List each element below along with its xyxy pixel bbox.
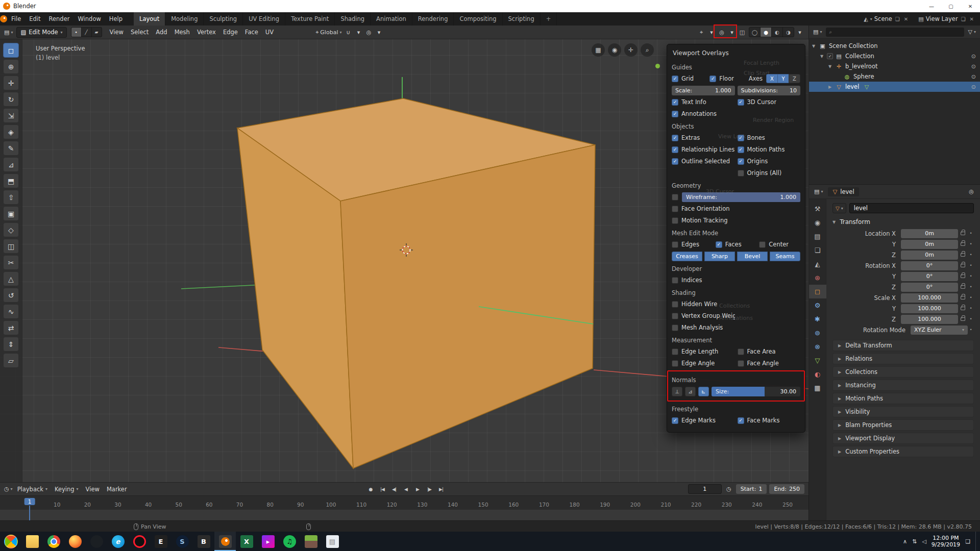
taskbar-icon-opera[interactable] [129,532,150,551]
section-motion-paths[interactable]: ▶Motion Paths [832,393,974,404]
taskbar-icon-blender[interactable] [214,532,236,551]
menu-edit[interactable]: Edit [25,12,44,26]
viewport-menu-select[interactable]: Select [127,27,152,37]
checkbox-face-angle[interactable]: Face Angle [738,360,801,367]
workspace-tab-rendering[interactable]: Rendering [412,12,454,26]
checkbox-edge-marks[interactable]: ✓Edge Marks [672,417,735,424]
transform-value-field[interactable]: 100.000 [901,304,958,313]
tool-move[interactable]: ✛ [3,76,19,90]
cube-top-face[interactable] [237,98,595,201]
tab-view-layer[interactable]: ❏ [809,243,826,257]
size-slider[interactable]: Size:30.00 [712,387,800,396]
tab-output[interactable]: ▤ [809,230,826,243]
tool-add-cube[interactable]: ⬒ [3,173,19,188]
zoom-view-gizmo[interactable]: ⌕ [641,43,654,57]
workspace-tab-sculpting[interactable]: Sculpting [204,12,243,26]
lock-icon[interactable] [961,274,965,278]
workspace-tab-uv-editing[interactable]: UV Editing [243,12,285,26]
object-type-dropdown[interactable]: ▽ ▾ [832,203,846,213]
taskbar-icon-edge[interactable]: e [107,532,129,551]
checkbox-mesh-analysis[interactable]: Mesh Analysis [672,324,735,331]
section-custom-properties[interactable]: ▶Custom Properties [832,446,974,457]
checkbox-origins[interactable]: ✓Origins [738,158,801,165]
checkbox-extras[interactable]: ✓Extras [672,134,735,141]
cube-right-face[interactable] [340,145,595,468]
tool-inset-faces[interactable]: ▣ [3,206,19,221]
new-view-layer-button[interactable]: ❏ [960,16,967,22]
tab-physics[interactable]: ⊚ [809,326,826,340]
taskbar-icon-brave[interactable]: B [193,532,214,551]
shading-dropdown[interactable]: ▾ [795,27,804,37]
checkbox-motion-tracking[interactable]: Motion Tracking [672,217,735,224]
rotation-mode-field[interactable]: XYZ Euler▾ [911,325,968,335]
tool-select-box[interactable]: ◻ [3,43,19,58]
expander-icon[interactable]: ▼ [828,64,835,69]
workspace-tab-compositing[interactable]: Compositing [454,12,502,26]
section-relations[interactable]: ▶Relations [832,353,974,364]
volume-icon[interactable]: ◁ [922,538,926,545]
new-scene-button[interactable]: ❏ [894,16,901,22]
tool-poly-build[interactable]: △ [3,271,19,286]
taskbar-icon-spotify[interactable]: ♫ [279,532,300,551]
workspace-tab-layout[interactable]: Layout [134,12,165,26]
tool-shrink-fatten[interactable]: ⇕ [3,337,19,352]
checkbox-3d-cursor[interactable]: ✓3D Cursor [738,98,801,106]
animate-dot[interactable]: • [968,242,974,246]
tool-spin[interactable]: ↺ [3,288,19,303]
outliner-editor-type-button[interactable]: ▤ ▾ [812,27,823,37]
checkbox-center[interactable]: Center [759,241,800,248]
tab-object[interactable]: ◻ [809,285,826,298]
animate-dot[interactable]: • [968,274,974,279]
checkbox-grid[interactable]: ✓Grid [672,75,707,82]
axis-gizmo-dot[interactable] [655,64,660,68]
animate-dot[interactable]: • [968,253,974,257]
tab-material[interactable]: ◐ [809,367,826,381]
section-collections[interactable]: ▶Collections [832,366,974,378]
subdivisions-field[interactable]: Subdivisions:10 [738,86,801,95]
cube-left-face[interactable] [237,128,353,468]
vertex-select-button[interactable]: ∙ [71,27,82,37]
tool-cursor[interactable]: ⊕ [3,59,19,74]
viewport-menu-vertex[interactable]: Vertex [193,27,219,37]
start-button[interactable] [0,532,21,551]
frame-end-field[interactable]: End: 250 [769,484,804,494]
checkbox-motion-paths[interactable]: ✓Motion Paths [738,146,801,153]
taskbar-icon-file-explorer[interactable] [21,532,43,551]
scene-selector[interactable]: ◭ ▾ Scene ❏ ✕ [864,15,909,22]
hide-in-viewport-eye-icon[interactable]: ⊙ [971,73,976,80]
tab-modifiers[interactable]: ⚙ [809,298,826,312]
preview-range-button[interactable]: ◷ [724,484,733,494]
blender-menu-logo-icon[interactable] [0,15,7,22]
toggle-sharp[interactable]: Sharp [704,252,735,261]
delete-view-layer-button[interactable]: ✕ [969,16,975,22]
mode-selector[interactable]: ▧ Edit Mode ▾ [16,27,66,38]
tab-world[interactable]: ⊛ [809,271,826,285]
outliner-item-sphere[interactable]: ◍Sphere⊙ [809,71,980,82]
axis-x-toggle[interactable]: X [766,74,778,83]
tab-render[interactable]: ◉ [809,216,826,230]
play-button[interactable]: ▶ [412,485,423,494]
outliner-filter-button[interactable]: ▽ ▾ [967,27,977,37]
show-desktop-button[interactable] [975,532,978,551]
checkbox-face-marks[interactable]: ✓Face Marks [738,417,801,424]
hide-in-viewport-eye-icon[interactable]: ⊙ [971,53,976,60]
scale-field[interactable]: Scale:1.000 [672,86,735,95]
checkbox-face-area[interactable]: Face Area [738,348,801,355]
timeline-menu-playback[interactable]: Playback▾ [14,484,51,494]
section-delta-transform[interactable]: ▶Delta Transform [832,340,974,351]
checkbox-annotations[interactable]: ✓Annotations [672,110,735,117]
tab-texture[interactable]: ▦ [809,381,826,395]
view-layer-name[interactable]: View Layer [926,15,958,22]
workspace-tab-animation[interactable]: Animation [371,12,412,26]
properties-editor-type-button[interactable]: ▤ ▾ [813,187,824,197]
transform-value-field[interactable]: 0m [901,251,958,260]
section-blam-properties[interactable]: ▶Blam Properties [832,419,974,431]
hide-in-viewport-eye-icon[interactable]: ⊙ [971,84,976,90]
minimize-button[interactable]: — [922,0,941,12]
lock-icon[interactable] [961,253,965,257]
tool-bevel[interactable]: ◇ [3,222,19,237]
taskbar-icon-epic-games[interactable]: E [150,532,172,551]
axis-z-toggle[interactable]: Z [789,74,800,83]
menu-help[interactable]: Help [105,12,127,26]
lock-icon[interactable] [961,264,965,267]
